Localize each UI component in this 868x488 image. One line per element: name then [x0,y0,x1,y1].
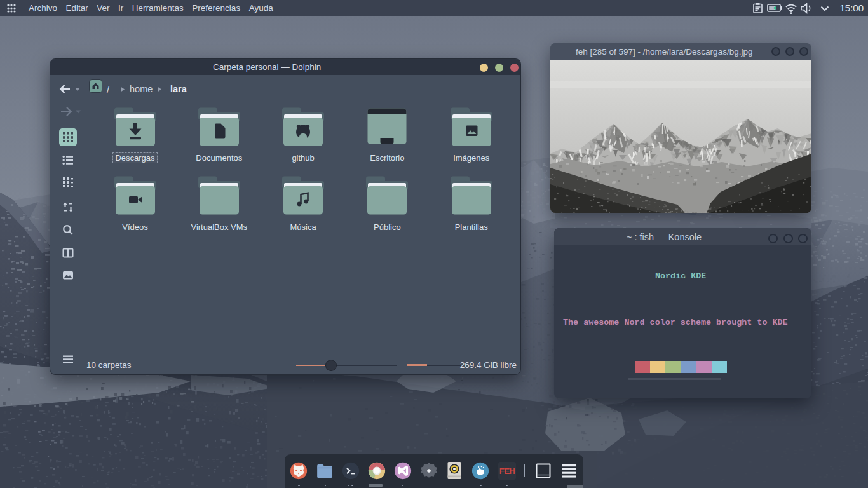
svg-text:FEH: FEH [499,466,514,476]
